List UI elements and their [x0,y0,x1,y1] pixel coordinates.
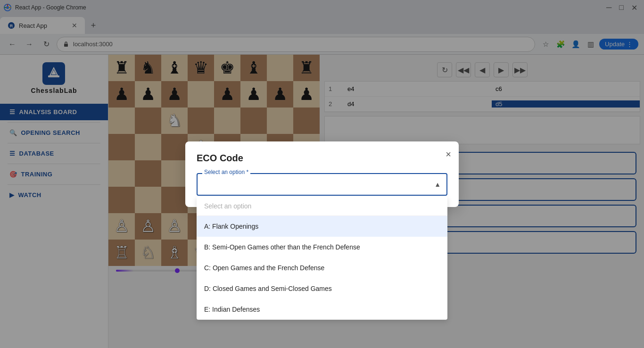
dropdown-item-a[interactable]: A: Flank Openings [197,216,447,237]
dropdown-item-d-label: D: Closed Games and Semi-Closed Games [204,285,332,292]
select-label: Select an option * [202,169,250,175]
dropdown-item-e-label: E: Indian Defenses [204,306,260,313]
modal-overlay[interactable]: ECO Code × Select an option * ▲ Select a… [0,0,644,348]
dropdown-placeholder[interactable]: Select an option [197,197,447,216]
eco-code-modal: ECO Code × Select an option * ▲ Select a… [185,141,459,207]
dropdown-item-e[interactable]: E: Indian Defenses [197,299,447,320]
eco-select-field[interactable]: ▲ [197,173,447,196]
dropdown-item-b-label: B: Semi-Open Games other than the French… [204,243,360,251]
dropdown-item-a-label: A: Flank Openings [204,223,258,230]
eco-dropdown-list: Select an option A: Flank Openings B: Se… [197,197,447,320]
dropdown-item-c-label: C: Open Games and the French Defense [204,264,324,272]
eco-select-container: Select an option * ▲ Select an option A:… [197,173,447,196]
dropdown-item-c[interactable]: C: Open Games and the French Defense [197,257,447,278]
modal-close-button[interactable]: × [446,149,451,160]
dropdown-item-b[interactable]: B: Semi-Open Games other than the French… [197,237,447,257]
dropdown-item-d[interactable]: D: Closed Games and Semi-Closed Games [197,278,447,299]
modal-title: ECO Code [197,153,447,164]
chevron-up-icon: ▲ [434,181,441,188]
